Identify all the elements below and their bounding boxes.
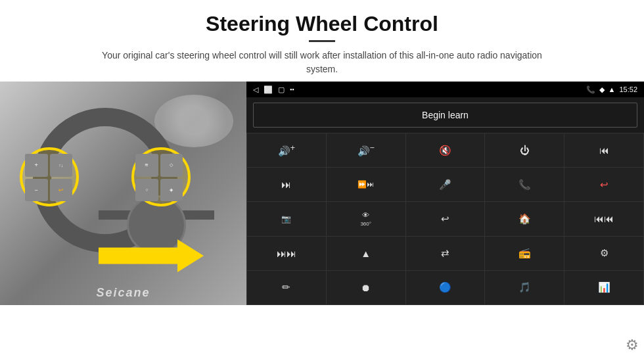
gear-button[interactable]: ⚙: [626, 337, 639, 354]
hangup-icon: ↩: [600, 179, 609, 191]
radio-button[interactable]: 📻: [485, 237, 564, 270]
navigate-icon: ▲: [361, 248, 371, 259]
title-divider: [309, 40, 335, 42]
time-display: 15:52: [619, 85, 637, 93]
power-button[interactable]: ⏻: [485, 133, 564, 167]
btn-small-3: −: [25, 179, 48, 202]
recents-icon: ▢: [278, 85, 285, 94]
btn-small-1: +: [25, 154, 48, 177]
eq-icon: ⚙: [600, 247, 609, 259]
vol-down-icon: 🔊−: [357, 143, 375, 157]
navigate-button[interactable]: ▲: [327, 237, 405, 270]
watermark: Seicane: [96, 286, 150, 300]
switch-icon: ⇄: [441, 247, 449, 259]
phone-status-icon: 📞: [586, 85, 595, 94]
btn-small-2: ↑↓: [50, 154, 73, 177]
home-nav-icon: 🏠: [518, 213, 531, 225]
signal-icon: ▪▪: [290, 86, 294, 93]
equalizer-icon: 📊: [598, 281, 610, 293]
arrow-container: [99, 239, 217, 285]
power-icon: ⏻: [520, 145, 530, 156]
mic-button[interactable]: 🎤: [406, 168, 485, 201]
btn-grid-right: ≋ ◇ ○ ◈: [135, 154, 183, 201]
back-button[interactable]: ↩: [406, 202, 485, 235]
status-left: ◁ ⬜ ▢ ▪▪: [253, 85, 294, 94]
back-icon: ◁: [253, 85, 258, 94]
page-title: Steering Wheel Control: [26, 12, 618, 36]
camera-button[interactable]: 📷: [247, 202, 326, 235]
subtitle-text: Your original car's steering wheel contr…: [92, 49, 552, 76]
radio-icon: 📻: [518, 247, 531, 259]
vol-up-icon: 🔊+: [278, 143, 295, 157]
record-icon: ⏺: [361, 282, 371, 293]
wifi-icon: ▲: [609, 85, 616, 93]
begin-learn-button[interactable]: Begin learn: [253, 103, 637, 128]
btn-small-5: ≋: [135, 154, 158, 177]
back-nav-icon: ↩: [441, 213, 449, 225]
status-right: 📞 ◆ ▲ 15:52: [586, 85, 637, 94]
header-section: Steering Wheel Control Your original car…: [0, 0, 644, 82]
status-bar: ◁ ⬜ ▢ ▪▪ 📞 ◆ ▲ 15:52: [246, 82, 644, 97]
music-icon: 🎵: [518, 281, 531, 293]
dashboard-bg: [154, 95, 233, 147]
home-icon: ⬜: [264, 85, 273, 94]
home-button[interactable]: 🏠: [485, 202, 564, 235]
next-icon: ⏭: [281, 179, 291, 190]
btn-small-7: ○: [135, 179, 158, 202]
control-grid: 🔊+ 🔊− 🔇 ⏻ ⏮ ⏭ ⏩⏭: [246, 133, 644, 305]
mute-icon: 🔇: [439, 145, 451, 156]
prev-track-button[interactable]: ⏮: [564, 133, 643, 167]
android-interface: ◁ ⬜ ▢ ▪▪ 📞 ◆ ▲ 15:52 Begin learn: [246, 82, 644, 305]
switch-button[interactable]: ⇄: [406, 237, 485, 270]
edit-icon: ✏: [282, 281, 290, 293]
music-button[interactable]: 🎵: [485, 271, 564, 304]
phone-button[interactable]: 📞: [485, 168, 564, 201]
eq-button[interactable]: ⚙: [564, 237, 643, 270]
gps-icon: ◆: [599, 85, 605, 94]
edit-button[interactable]: ✏: [247, 271, 326, 304]
bluetooth-icon: 🔵: [439, 281, 451, 293]
skip-forward-icon: ⏭⏭: [277, 248, 296, 259]
mic-icon: 🎤: [439, 179, 451, 191]
cam360-icon: 👁360°: [360, 211, 371, 227]
fast-forward-icon: ⏩⏭: [357, 180, 374, 189]
rewind-icon: ⏮⏮: [594, 213, 614, 224]
equalizer-button[interactable]: 📊: [564, 271, 643, 304]
record-button[interactable]: ⏺: [327, 271, 405, 304]
rewind-button[interactable]: ⏮⏮: [564, 202, 643, 235]
bluetooth-button[interactable]: 🔵: [406, 271, 485, 304]
btn-small-8: ◈: [160, 179, 183, 202]
steering-photo: + ↑↓ − ↩ ≋ ◇ ○ ◈ Seicane: [0, 82, 246, 305]
content-area: + ↑↓ − ↩ ≋ ◇ ○ ◈ Seicane: [0, 82, 644, 359]
vol-up-button[interactable]: 🔊+: [247, 133, 326, 167]
prev-track-icon: ⏮: [599, 145, 609, 156]
skip-forward-button[interactable]: ⏭⏭: [247, 237, 326, 270]
vol-down-button[interactable]: 🔊−: [327, 133, 405, 167]
btn-small-6: ◇: [160, 154, 183, 177]
camera-icon: 📷: [281, 214, 291, 224]
mute-button[interactable]: 🔇: [406, 133, 485, 167]
phone-icon: 📞: [518, 179, 531, 191]
begin-learn-container: Begin learn: [246, 97, 644, 133]
fast-forward-button[interactable]: ⏩⏭: [327, 168, 405, 201]
cam360-button[interactable]: 👁360°: [327, 202, 405, 235]
btn-grid-left: + ↑↓ − ↩: [25, 154, 72, 201]
btn-small-4: ↩: [50, 179, 73, 202]
arrow-shape: [99, 239, 204, 272]
hangup-button[interactable]: ↩: [564, 168, 643, 201]
page-wrapper: Steering Wheel Control Your original car…: [0, 0, 644, 359]
next-button[interactable]: ⏭: [247, 168, 326, 201]
